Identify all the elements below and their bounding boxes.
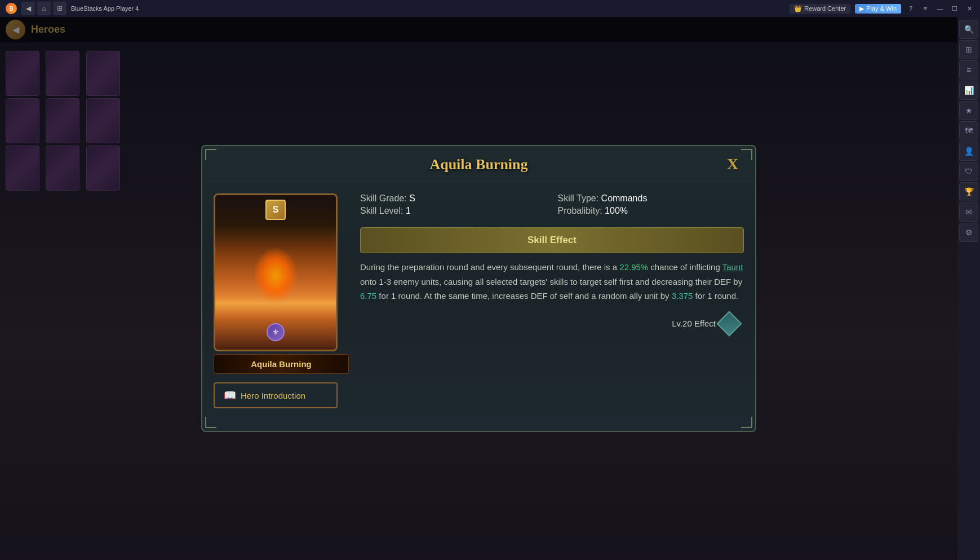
back-nav-button[interactable]: ◀ [21,2,35,15]
bluestacks-logo: B [6,3,17,14]
skill-card-name: Aquila Burning [251,359,312,369]
modal-title: Aquila Burning [429,156,527,173]
home-nav-button[interactable]: ⌂ [37,2,51,15]
toolbar-grid-button[interactable]: ⊞ [959,40,978,59]
skill-level-row: Skill Level: 1 [360,206,547,216]
skill-modal: Aquila Burning X S ⚜ [201,145,756,432]
help-button[interactable]: ? [906,3,916,14]
skill-grade-label: Skill Grade: [360,193,407,203]
lv20-effect-section: Lv.20 Effect [360,315,744,333]
def-value-2: 3.375 [672,291,693,301]
probability-value: 100% [605,206,628,215]
lv20-label: Lv.20 Effect [672,319,716,328]
title-bar-right: 👑 Reward Center ▶ Play & Win ? ≡ — ☐ ✕ [790,3,974,14]
play-win-label: Play & Win [866,5,897,12]
right-toolbar: 🔍 ⊞ ≡ 📊 ★ 🗺 👤 🛡 🏆 ✉ ⚙ [957,17,980,560]
modal-close-button[interactable]: X [721,153,744,175]
nav-buttons: ◀ ⌂ ⊞ [21,2,66,15]
effect-text-part5: for 1 round. [693,291,738,301]
close-button[interactable]: ✕ [964,3,974,14]
toolbar-person-button[interactable]: 👤 [959,142,978,161]
toolbar-star-button[interactable]: ★ [959,101,978,120]
layout-nav-button[interactable]: ⊞ [53,2,66,15]
skill-stats-grid: Skill Grade: S Skill Type: Commands Skil… [360,193,744,216]
effect-text-part4: for 1 round. At the same time, increases… [376,291,672,301]
effect-text-part1: During the preparation round and every s… [360,262,619,272]
skill-card-section: S ⚜ Aquila Burning 📖 Hero Introduct [214,193,349,408]
def-value-1: 6.75 [360,291,376,301]
skill-name-plate: Aquila Burning [214,354,349,374]
title-bar: B ◀ ⌂ ⊞ BlueStacks App Player 4 👑 Reward… [0,0,980,17]
hero-introduction-button[interactable]: 📖 Hero Introduction [214,382,338,408]
toolbar-award-button[interactable]: 🏆 [959,182,978,201]
play-icon: ▶ [859,5,864,12]
skill-level-value: 1 [406,206,411,215]
modal-body: S ⚜ Aquila Burning 📖 Hero Introduct [202,182,755,420]
skill-effect-header: Skill Effect [360,227,744,253]
skill-grade-row: Skill Grade: S [360,193,547,204]
toolbar-mail-button[interactable]: ✉ [959,202,978,222]
skill-type-value: Commands [601,193,648,203]
modal-header: Aquila Burning X [202,146,755,182]
skill-level-label: Skill Level: [360,206,403,215]
hero-intro-label: Hero Introduction [241,391,305,400]
restore-button[interactable]: ☐ [950,3,960,14]
reward-center-label: Reward Center [804,5,846,12]
skill-type-label: Skill Type: [558,193,599,203]
skill-effect-description: During the preparation round and every s… [360,260,744,303]
title-bar-left: B ◀ ⌂ ⊞ BlueStacks App Player 4 [6,2,139,15]
reward-center-button[interactable]: 👑 Reward Center [790,4,850,14]
toolbar-shield-button[interactable]: 🛡 [959,162,978,181]
aquila-symbol: ⚜ [267,323,285,341]
toolbar-search-button[interactable]: 🔍 [959,20,978,39]
skill-image-container: S ⚜ [214,193,338,351]
probability-row: Probalibity: 100% [558,206,744,216]
probability-label: Probalibity: [558,206,602,215]
corner-decoration-br [741,417,752,428]
skill-grade-value: S [409,193,415,203]
menu-button[interactable]: ≡ [920,3,930,14]
minimize-button[interactable]: — [935,3,945,14]
toolbar-list-button[interactable]: ≡ [959,60,978,80]
taunt-keyword: Taunt [722,262,743,272]
toolbar-chart-button[interactable]: 📊 [959,81,978,100]
effect-text-part2: chance of inflicting [648,262,722,272]
toolbar-gear-button[interactable]: ⚙ [959,223,978,242]
chance-value: 22.95% [619,262,648,272]
skill-type-row: Skill Type: Commands [558,193,744,204]
fire-glow-effect [253,247,298,303]
corner-decoration-bl [205,417,216,428]
skill-info-section: Skill Grade: S Skill Type: Commands Skil… [360,193,744,408]
crown-icon: 👑 [794,5,802,12]
book-icon: 📖 [224,389,236,402]
toolbar-map-button[interactable]: 🗺 [959,121,978,140]
modal-overlay: Aquila Burning X S ⚜ [0,17,957,560]
skill-grade-badge: S [265,200,286,220]
play-win-button[interactable]: ▶ Play & Win [855,4,901,14]
lv20-diamond-button[interactable] [716,311,742,336]
effect-text-part3: onto 1-3 enemy units, causing all select… [360,277,742,286]
app-title: BlueStacks App Player 4 [71,5,139,12]
